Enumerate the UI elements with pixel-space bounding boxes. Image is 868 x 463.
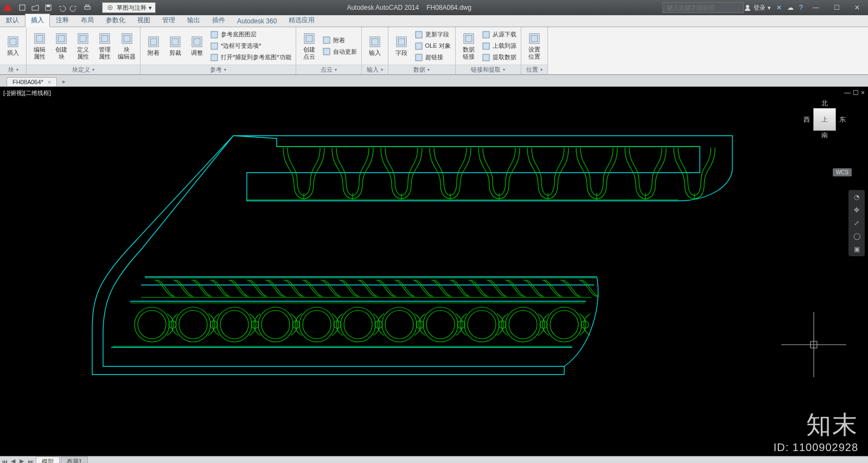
new-file-tab-icon[interactable]: ▸	[59, 77, 69, 86]
workspace-selector[interactable]: 草图与注释 ▾	[102, 2, 156, 13]
ribbon-tab-7[interactable]: 输出	[181, 14, 206, 27]
ribbon-btn-4-0[interactable]: 输入	[365, 34, 385, 57]
ribbon-tab-6[interactable]: 管理	[156, 14, 181, 27]
viewcube-east[interactable]: 东	[839, 115, 846, 124]
ribbon-group-label[interactable]: 点云▾	[296, 65, 361, 74]
qat-redo-icon[interactable]	[68, 2, 80, 14]
ribbon-group-label[interactable]: 位置▾	[521, 65, 547, 74]
ribbon-group-4: 输入输入▾	[362, 27, 388, 74]
close-button[interactable]: ✕	[850, 2, 865, 13]
layout-tab-model[interactable]: 模型	[36, 456, 60, 464]
ribbon-tab-5[interactable]: 视图	[131, 14, 156, 27]
ribbon-btn-2-2[interactable]: 调整	[187, 34, 207, 57]
ribbon-btn-5-0[interactable]: 字段	[392, 34, 411, 57]
svg-point-73	[217, 307, 252, 342]
ribbon-icon	[98, 32, 111, 45]
file-tab-bar: FH08A064* × ▸	[0, 75, 868, 87]
exchange-icon[interactable]: ✕	[776, 4, 782, 11]
ribbon-smallbtn-2-1[interactable]: *边框可变选项*	[209, 41, 292, 52]
ribbon-small-icon	[482, 53, 490, 62]
viewcube-north[interactable]: 北	[821, 99, 828, 108]
qat-undo-icon[interactable]	[55, 2, 67, 14]
pan-icon[interactable]: ✥	[854, 206, 859, 214]
ribbon-btn-3-0[interactable]: 创建点云	[299, 31, 319, 60]
layout-nav-prev-icon[interactable]: ◀	[9, 458, 17, 463]
ribbon-tab-10[interactable]: 精选应用	[283, 14, 321, 27]
viewcube-south[interactable]: 南	[821, 131, 828, 140]
cloud-icon[interactable]: ☁	[787, 4, 794, 11]
ribbon-smallbtn-5-2[interactable]: 超链接	[413, 52, 452, 63]
ribbon-btn-1-4[interactable]: 块编辑器	[117, 31, 137, 60]
layout-tab-layout1[interactable]: 布局1	[61, 456, 88, 464]
svg-rect-37	[398, 39, 405, 45]
help-icon[interactable]: ?	[799, 4, 803, 11]
nav-wheel-icon[interactable]: ◔	[854, 193, 859, 201]
login-button[interactable]: 登录 ▾	[744, 4, 771, 12]
ribbon-group-label[interactable]: 块定义▾	[27, 65, 140, 74]
file-tab-label: FH08A064*	[12, 79, 43, 85]
ribbon-smallbtn-6-1[interactable]: 上载到源	[481, 41, 518, 52]
ribbon-smallbtn-2-2[interactable]: 打开*捕捉到参考底图*功能	[209, 52, 292, 63]
svg-point-74	[220, 310, 248, 339]
svg-point-82	[341, 307, 375, 342]
ribbon-group-label[interactable]: 输入▾	[362, 65, 388, 74]
layout-nav-first-icon[interactable]: ⏮	[0, 458, 9, 464]
ribbon-small-icon	[210, 53, 219, 62]
file-tab[interactable]: FH08A064* ×	[7, 77, 57, 86]
viewcube[interactable]: 北 西 上 东 南	[792, 99, 857, 164]
ribbon-group-label[interactable]: 参考▾	[141, 65, 296, 74]
svg-rect-22	[150, 39, 157, 45]
layout-nav-last-icon[interactable]: ⏭	[26, 458, 35, 464]
ribbon-btn-1-0[interactable]: 编辑属性	[30, 31, 49, 60]
viewcube-top-face[interactable]: 上	[813, 108, 836, 131]
file-tab-close-icon[interactable]: ×	[48, 79, 51, 85]
viewcube-west[interactable]: 西	[803, 115, 810, 124]
qat-print-icon[interactable]	[81, 2, 93, 14]
ribbon-tab-9[interactable]: Autodesk 360	[231, 15, 283, 27]
maximize-button[interactable]: ☐	[829, 2, 844, 13]
ribbon-group-label[interactable]: 块▾	[0, 65, 26, 74]
svg-rect-32	[323, 37, 330, 43]
app-menu-icon[interactable]	[0, 0, 15, 15]
zoom-extents-icon[interactable]: ⤢	[854, 219, 859, 227]
ribbon-tab-1[interactable]: 插入	[25, 14, 50, 27]
ribbon-btn-0-0[interactable]: 插入	[3, 34, 23, 57]
ribbon-tab-8[interactable]: 插件	[206, 14, 231, 27]
ribbon-smallbtn-2-0[interactable]: 参考底图图层	[209, 29, 292, 40]
ribbon-smallbtn-6-0[interactable]: 从源下载	[481, 29, 518, 40]
wcs-badge[interactable]: WCS	[833, 168, 852, 176]
ribbon-btn-1-2[interactable]: 定义属性	[73, 31, 93, 60]
orbit-icon[interactable]: ◯	[853, 232, 860, 240]
drawing-area[interactable]: [-][俯视][二维线框] — ☐ ×	[0, 87, 868, 456]
qat-open-icon[interactable]	[29, 2, 41, 14]
ribbon-smallbtn-5-0[interactable]: 更新字段	[413, 29, 452, 40]
layout-nav-next-icon[interactable]: ▶	[17, 458, 26, 463]
ribbon-btn-2-0[interactable]: 附着	[144, 34, 163, 57]
ribbon-icon	[55, 32, 68, 45]
chevron-down-icon: ▾	[540, 67, 542, 72]
qat-save-icon[interactable]	[42, 2, 54, 14]
ribbon-icon	[169, 35, 182, 48]
ribbon-smallbtn-5-1[interactable]: OLE 对象	[413, 41, 452, 52]
showmotion-icon[interactable]: ▣	[854, 245, 860, 253]
ribbon-smallbtn-3-0[interactable]: 附着	[321, 35, 358, 46]
ribbon-btn-1-1[interactable]: 创建块	[52, 31, 71, 60]
minimize-button[interactable]: —	[808, 2, 824, 13]
svg-point-68	[138, 310, 166, 339]
ribbon-tab-0[interactable]: 默认	[0, 14, 25, 27]
ribbon-btn-1-3[interactable]: 管理属性	[95, 31, 114, 60]
ribbon-btn-6-0[interactable]: 数据链接	[459, 31, 478, 60]
ribbon-group-label[interactable]: 数据▾	[388, 65, 455, 74]
ribbon-tab-4[interactable]: 参数化	[100, 14, 131, 27]
ribbon-btn-7-0[interactable]: 设置位置	[525, 31, 544, 60]
ribbon-tab-3[interactable]: 布局	[75, 14, 100, 27]
ribbon: 插入块▾编辑属性创建块定义属性管理属性块编辑器块定义▾附着剪裁调整参考底图图层*…	[0, 27, 868, 75]
svg-rect-16	[80, 35, 86, 42]
ribbon-tab-2[interactable]: 注释	[50, 14, 75, 27]
ribbon-group-label[interactable]: 链接和提取▾	[456, 65, 521, 74]
qat-new-icon[interactable]	[16, 2, 28, 14]
ribbon-btn-2-1[interactable]: 剪裁	[165, 34, 185, 57]
search-input[interactable]	[662, 2, 744, 13]
ribbon-smallbtn-6-2[interactable]: 提取数据	[481, 52, 518, 63]
ribbon-smallbtn-3-1[interactable]: 自动更新	[321, 46, 358, 57]
